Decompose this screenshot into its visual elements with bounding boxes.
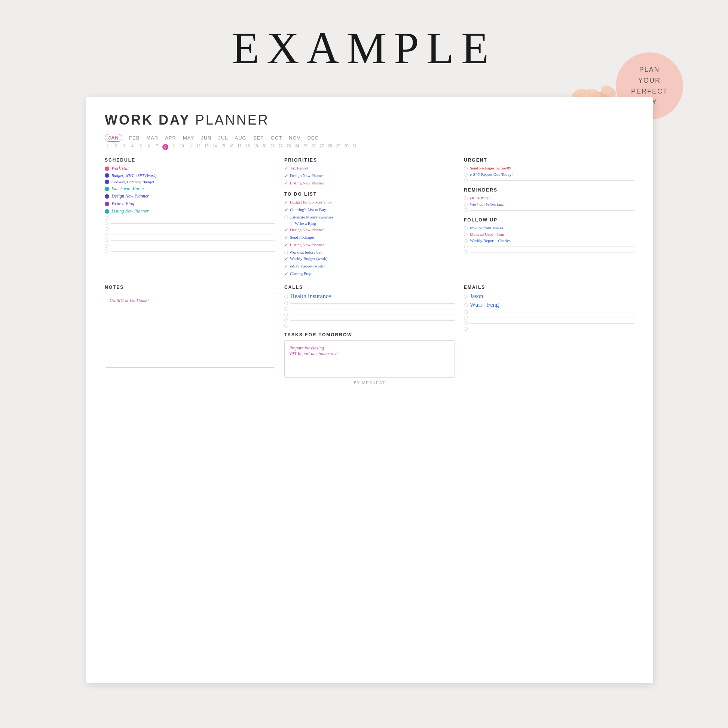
day-23[interactable]: 23: [286, 144, 292, 150]
month-apr[interactable]: APR: [165, 135, 176, 141]
title-light: PLANNER: [195, 112, 269, 128]
urgent-espt-text: e-SPT Report Due Today!: [470, 172, 513, 177]
day-1[interactable]: 1: [105, 144, 111, 150]
reminder-workout-bath-text: Work out before bath: [470, 202, 504, 206]
day-27[interactable]: 27: [319, 144, 325, 150]
line-rule: [290, 303, 455, 304]
schedule-blog-text: Write a Blog: [112, 201, 134, 206]
empty-circle-icon: [105, 216, 109, 220]
email-jason-text: Jason: [470, 293, 483, 300]
schedule-empty-5: [105, 238, 275, 242]
priority-design-text: Design New Planner: [290, 173, 324, 178]
todo-blog: Write a Blog: [284, 221, 455, 226]
planner-header: WORK DAY PLANNER: [105, 112, 635, 128]
day-7[interactable]: 7: [154, 144, 160, 150]
call-health-text: Health Insurance: [290, 293, 331, 300]
month-oct[interactable]: OCT: [271, 135, 282, 141]
priorities-todo-section: PRIORITIES ✓ Tax Report ✓ Design New Pla…: [284, 158, 455, 279]
email-item-jason: Jason: [464, 293, 635, 300]
urgent-empty: [464, 179, 635, 182]
tasks-tomorrow-box[interactable]: Prepare for closingVAT Report due tomorr…: [284, 340, 455, 378]
open-circle-icon: [289, 222, 293, 226]
day-3[interactable]: 3: [121, 144, 127, 150]
day-31[interactable]: 31: [352, 144, 358, 150]
todo-budget-cookies-text: Budget for Cookies Shop: [290, 200, 332, 204]
day-16[interactable]: 16: [228, 144, 234, 150]
notes-box[interactable]: Go BIG or Go Home!: [105, 293, 275, 368]
day-25[interactable]: 25: [302, 144, 308, 150]
checkmark-icon: ✓: [284, 263, 288, 269]
dot-purple-icon: [105, 202, 109, 206]
email-empty-1: [464, 310, 635, 314]
schedule-item-design: Design New Planner: [105, 193, 275, 199]
empty-circle-icon: [284, 318, 288, 322]
month-feb[interactable]: FEB: [129, 135, 139, 141]
month-nov[interactable]: NOV: [289, 135, 300, 141]
day-21[interactable]: 21: [269, 144, 275, 150]
schedule-item-listing: Listing New Planner: [105, 208, 275, 214]
day-6[interactable]: 6: [146, 144, 152, 150]
empty-circle-icon: [284, 313, 288, 317]
line-rule: [111, 240, 275, 240]
open-circle-icon: [464, 239, 468, 243]
tasks-tomorrow-content: Prepare for closingVAT Report due tomorr…: [289, 345, 338, 356]
calls-title: CALLS: [284, 285, 455, 290]
day-9[interactable]: 9: [171, 144, 177, 150]
day-5[interactable]: 5: [138, 144, 144, 150]
day-17[interactable]: 17: [236, 144, 242, 150]
schedule-budget-text: Budget, WHT, eSPT (Work): [112, 173, 156, 178]
notes-title: NOTES: [105, 285, 275, 290]
todo-workout-text: Workout before bath: [289, 250, 324, 254]
todo-weekly-budget-text: Weekly Budget (work): [290, 256, 328, 261]
empty-circle-icon: [105, 244, 109, 248]
dot-blue2-icon: [105, 180, 109, 184]
day-12[interactable]: 12: [195, 144, 201, 150]
month-jul[interactable]: JUL: [218, 135, 228, 141]
day-10[interactable]: 10: [179, 144, 185, 150]
day-29[interactable]: 29: [335, 144, 341, 150]
day-13[interactable]: 13: [203, 144, 210, 150]
line-rule: [111, 246, 275, 246]
line-rule: [290, 309, 455, 309]
month-sep[interactable]: SEP: [253, 135, 264, 141]
day-24[interactable]: 24: [294, 144, 300, 150]
todo-send-packages-text: Send Packages: [290, 235, 315, 239]
month-aug[interactable]: AUG: [235, 135, 246, 141]
day-28[interactable]: 28: [327, 144, 333, 150]
tasks-tomorrow-section: TASKS FOR TOMORROW Prepare for closingVA…: [284, 332, 455, 378]
day-18[interactable]: 18: [245, 144, 251, 150]
day-15[interactable]: 15: [220, 144, 226, 150]
schedule-empty-2: [105, 222, 275, 225]
month-jan[interactable]: JAN: [105, 134, 122, 142]
by-line: BY MRSNEAT: [105, 381, 635, 385]
urgent-send-packages-text: Send Packages before 09: [470, 166, 511, 170]
month-may[interactable]: MAY: [183, 135, 194, 141]
day-30[interactable]: 30: [343, 144, 349, 150]
day-8-today[interactable]: 8: [162, 144, 168, 150]
line-rule: [470, 318, 635, 318]
open-circle-icon: [464, 303, 468, 307]
month-mar[interactable]: MAR: [146, 135, 158, 141]
day-22[interactable]: 22: [278, 144, 284, 150]
month-jun[interactable]: JUN: [201, 135, 211, 141]
empty-circle-icon: [464, 327, 468, 331]
dot-blue3-icon: [105, 194, 109, 199]
line-rule: [111, 234, 275, 235]
followup-weekly: Weekly Report - Charles: [464, 238, 635, 243]
priority-tax: ✓ Tax Report: [284, 166, 455, 171]
day-2[interactable]: 2: [113, 144, 119, 150]
day-19[interactable]: 19: [253, 144, 259, 150]
title-bold: WORK DAY: [105, 112, 190, 128]
line-rule: [470, 312, 635, 312]
month-dec[interactable]: DEC: [307, 135, 318, 141]
schedule-item-cookies: Cookies, Catering Budget: [105, 180, 275, 184]
day-11[interactable]: 11: [187, 144, 193, 150]
day-26[interactable]: 26: [310, 144, 317, 150]
todo-catering-text: Catering's List to Buy: [290, 207, 326, 212]
day-4[interactable]: 4: [130, 144, 135, 150]
day-14[interactable]: 14: [212, 144, 218, 150]
call-empty-5: [284, 324, 455, 328]
checkmark-icon: ✓: [284, 165, 288, 171]
day-20[interactable]: 20: [261, 144, 267, 150]
checkmark-icon: ✓: [284, 242, 288, 248]
